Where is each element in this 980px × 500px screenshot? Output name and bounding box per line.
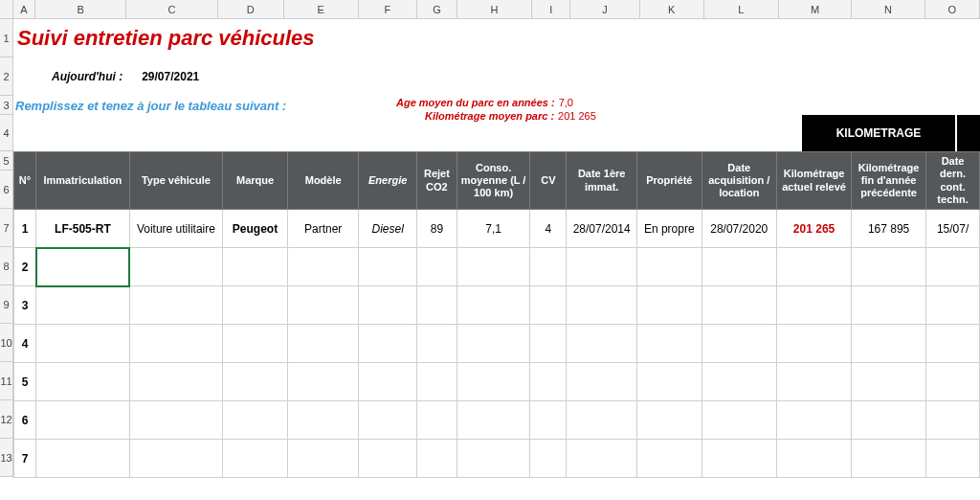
cell[interactable]: [416, 325, 457, 363]
cell[interactable]: [129, 286, 222, 325]
cell[interactable]: [530, 248, 567, 286]
col-letter[interactable]: G: [417, 0, 457, 18]
th-propriete[interactable]: Propriété: [637, 152, 702, 210]
th-cv[interactable]: CV: [530, 152, 567, 210]
col-letter[interactable]: L: [704, 0, 779, 18]
cell[interactable]: [129, 440, 222, 478]
th-conso[interactable]: Conso. moyenne (L / 100 km): [457, 152, 530, 210]
cell-n[interactable]: 6: [14, 401, 36, 440]
cell[interactable]: [129, 248, 222, 286]
row-number[interactable]: 1: [0, 19, 12, 57]
cell[interactable]: [288, 325, 359, 363]
cell[interactable]: [777, 401, 852, 440]
cell-n[interactable]: 2: [14, 248, 36, 286]
cell[interactable]: [359, 325, 417, 363]
cell[interactable]: [457, 248, 530, 286]
cell[interactable]: [637, 401, 702, 440]
col-letter[interactable]: H: [457, 0, 532, 18]
cell-cv[interactable]: 4: [530, 210, 567, 248]
cell[interactable]: [926, 440, 980, 478]
cell-energie[interactable]: Diesel: [359, 210, 417, 248]
cell[interactable]: [359, 286, 417, 325]
cell[interactable]: [777, 286, 852, 325]
cell[interactable]: [702, 325, 777, 363]
cell[interactable]: [702, 248, 777, 286]
cell[interactable]: [457, 363, 530, 401]
cell[interactable]: [36, 325, 130, 363]
row-number[interactable]: 5: [0, 151, 12, 170]
cell[interactable]: [223, 363, 288, 401]
th-date-acq[interactable]: Date acquisition / location: [702, 152, 777, 210]
cell-n[interactable]: 3: [14, 286, 36, 325]
cell[interactable]: [223, 248, 288, 286]
cell[interactable]: [359, 363, 417, 401]
cell-km-prec[interactable]: 167 895: [852, 210, 926, 248]
th-co2[interactable]: Rejet CO2: [416, 152, 457, 210]
cell-type[interactable]: Voiture utilitaire: [129, 210, 222, 248]
cell-co2[interactable]: 89: [416, 210, 457, 248]
cell[interactable]: [637, 440, 702, 478]
cell[interactable]: [36, 440, 130, 478]
cell[interactable]: [416, 363, 457, 401]
row-number[interactable]: 13: [0, 439, 12, 477]
cell[interactable]: [852, 363, 926, 401]
cell[interactable]: [926, 363, 980, 401]
cell[interactable]: [359, 248, 417, 286]
cell[interactable]: [777, 325, 852, 363]
col-letter[interactable]: C: [126, 0, 217, 18]
cell[interactable]: [223, 440, 288, 478]
cell-marque[interactable]: Peugeot: [223, 210, 288, 248]
cell[interactable]: [457, 440, 530, 478]
cell[interactable]: [702, 440, 777, 478]
th-date-immat[interactable]: Date 1ère immat.: [567, 152, 637, 210]
cell[interactable]: [223, 401, 288, 440]
active-cell[interactable]: [36, 248, 130, 286]
col-letter[interactable]: E: [284, 0, 359, 18]
cell-conso[interactable]: 7,1: [457, 210, 530, 248]
cell[interactable]: [777, 363, 852, 401]
row-number[interactable]: 7: [0, 209, 12, 247]
col-letter[interactable]: N: [852, 0, 924, 18]
cell[interactable]: [129, 325, 222, 363]
cell[interactable]: [223, 325, 288, 363]
th-n[interactable]: N°: [14, 152, 36, 210]
cell[interactable]: [457, 286, 530, 325]
cell[interactable]: [852, 325, 926, 363]
cell[interactable]: [416, 401, 457, 440]
cell[interactable]: [36, 401, 130, 440]
th-type[interactable]: Type véhicule: [129, 152, 222, 210]
cell[interactable]: [637, 248, 702, 286]
cell[interactable]: [852, 440, 926, 478]
row-number[interactable]: 2: [0, 57, 12, 96]
col-letter[interactable]: J: [570, 0, 640, 18]
cell-date-acq[interactable]: 28/07/2020: [702, 210, 777, 248]
cell[interactable]: [36, 363, 130, 401]
col-letter[interactable]: A: [13, 0, 35, 18]
th-modele[interactable]: Modèle: [288, 152, 359, 210]
cell-n[interactable]: 4: [14, 325, 36, 363]
cell[interactable]: [926, 248, 980, 286]
cell-km-actuel[interactable]: 201 265: [777, 210, 852, 248]
cell[interactable]: [777, 248, 852, 286]
cell[interactable]: [926, 286, 980, 325]
cell[interactable]: [852, 248, 926, 286]
row-number[interactable]: 11: [0, 362, 12, 400]
cell[interactable]: [852, 401, 926, 440]
cell[interactable]: [416, 248, 457, 286]
th-marque[interactable]: Marque: [223, 152, 288, 210]
cell[interactable]: [36, 286, 130, 325]
cell[interactable]: [530, 440, 567, 478]
cell-date-ct[interactable]: 15/07/: [926, 210, 980, 248]
cell[interactable]: [852, 286, 926, 325]
cell[interactable]: [223, 286, 288, 325]
row-number[interactable]: 12: [0, 400, 12, 439]
cell[interactable]: [637, 286, 702, 325]
cell[interactable]: [530, 325, 567, 363]
cell-date-immat[interactable]: 28/07/2014: [567, 210, 637, 248]
cell[interactable]: [567, 248, 637, 286]
cell-immat[interactable]: LF-505-RT: [36, 210, 130, 248]
row-number[interactable]: 4: [0, 115, 12, 151]
cell[interactable]: [926, 325, 980, 363]
col-letter[interactable]: D: [218, 0, 284, 18]
cell[interactable]: [567, 325, 637, 363]
